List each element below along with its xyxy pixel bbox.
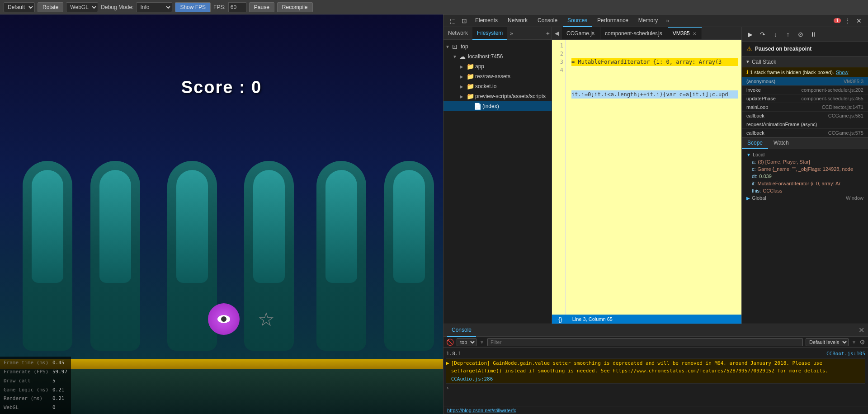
show-link[interactable]: Show xyxy=(836,70,849,75)
tree-label-app: app xyxy=(475,63,484,70)
src-tab-actions: + xyxy=(544,30,552,37)
step-into-btn[interactable]: ↓ xyxy=(770,29,781,40)
game-stats: Frame time (ms) 0.45 Framerate (FPS) 59.… xyxy=(0,357,71,414)
call-frame-2[interactable]: updatePhase component-scheduler.js:465 xyxy=(742,94,868,103)
call-frame-0[interactable]: (anonymous) VM385:3 xyxy=(742,77,868,86)
scope-item-a: a: (3) [Game, Player, Star] xyxy=(742,158,868,165)
console-version-src[interactable]: CCBoot.js:105 xyxy=(826,350,865,358)
tree-res[interactable]: ▶ 📁 res/raw-assets xyxy=(443,71,552,81)
editor-tab-vm385[interactable]: VM385 ✕ xyxy=(668,27,702,40)
webgl-select[interactable]: WebGL xyxy=(66,2,98,12)
console-tab[interactable]: Console xyxy=(447,324,476,337)
src-tab-filesystem[interactable]: Filesystem xyxy=(472,27,507,40)
global-val: Window xyxy=(846,195,863,201)
tree-index[interactable]: 📄 (index) xyxy=(443,101,552,111)
tab-console[interactable]: Console xyxy=(533,14,562,27)
console-clear-btn[interactable]: 🚫 xyxy=(446,339,454,346)
notification-badge: 1 xyxy=(834,18,841,23)
paused-text: Paused on breakpoint xyxy=(755,46,811,52)
default-select[interactable]: Default xyxy=(4,2,35,12)
scope-key-c: c: xyxy=(752,166,756,172)
step-over-btn[interactable]: ↷ xyxy=(757,29,768,40)
game-canvas: Score : 0 ☆ Frame time (ms) 0.45 Framera… xyxy=(0,14,443,414)
local-arrow: ▼ xyxy=(746,152,751,157)
deactivate-breakpoints-btn[interactable]: ⊘ xyxy=(795,29,806,40)
call-stack-header[interactable]: ▼ Call Stack xyxy=(742,56,868,67)
src-tab-network[interactable]: Network xyxy=(443,27,472,40)
editor-tab-prev[interactable]: ◀ xyxy=(552,27,562,40)
tree-socket[interactable]: ▶ 📁 socket.io xyxy=(443,81,552,91)
call-frame-1[interactable]: invoke component-scheduler.js:202 xyxy=(742,86,868,94)
call-frame-6[interactable]: callback CCGame.js:575 xyxy=(742,129,868,137)
code-content: = MutableForwardIterator {i: 0, array: A… xyxy=(568,40,741,125)
recompile-button[interactable]: Recompile xyxy=(277,2,313,12)
frame-src-0: VM385:3 xyxy=(844,79,863,84)
console-level-select[interactable]: Default levels xyxy=(806,338,849,346)
fps-input[interactable] xyxy=(228,2,246,12)
devtools-close-btn[interactable]: ✕ xyxy=(854,15,864,26)
call-frame-4[interactable]: callback CCGame.js:581 xyxy=(742,112,868,120)
src-tab-more[interactable]: » xyxy=(507,30,516,37)
code-editor: ◀ CCGame.js component-scheduler.js VM385… xyxy=(552,27,741,324)
resume-btn[interactable]: ▶ xyxy=(745,29,755,40)
console-line-version: 1.8.1 CCBoot.js:105 xyxy=(446,349,865,359)
inspect-element-btn[interactable]: ⬚ xyxy=(447,15,458,26)
console-filter-input[interactable] xyxy=(487,338,803,346)
tab-performance[interactable]: Performance xyxy=(593,14,633,27)
frame-src-3: CCDirector.js:1471 xyxy=(822,104,863,110)
editor-tab-scheduler[interactable]: component-scheduler.js xyxy=(600,27,668,40)
scope-key-it: it: xyxy=(752,181,756,186)
star-item: ☆ xyxy=(258,310,280,333)
stack-hidden-notice: ℹ 1 stack frame is hidden (black-boxed).… xyxy=(742,67,868,77)
bg-finger-5 xyxy=(316,161,366,351)
editor-tab-ccgame[interactable]: CCGame.js xyxy=(562,27,600,40)
console-warn-src[interactable]: CCAudio.js:286 xyxy=(451,376,493,382)
watch-tab[interactable]: Watch xyxy=(768,138,794,149)
player-eye xyxy=(217,315,230,323)
right-panel: ▶ ↷ ↓ ↑ ⊘ ⏸ ⚠ Paused on breakpoint ▼ Ca xyxy=(741,27,868,324)
pause-icon: ⚠ xyxy=(746,45,752,52)
warn-triangle: ▶ xyxy=(446,359,449,383)
tree-preview[interactable]: ▶ 📁 preview-scripts/assets/scripts xyxy=(443,91,552,101)
scope-tab[interactable]: Scope xyxy=(742,138,768,149)
scope-global-group[interactable]: ▶ Global Window xyxy=(742,194,868,202)
console-context-select[interactable]: top xyxy=(457,338,476,346)
call-frame-3[interactable]: mainLoop CCDirector.js:1471 xyxy=(742,103,868,112)
tab-network[interactable]: Network xyxy=(503,14,532,27)
debug-mode-label: Debug Mode: xyxy=(101,4,133,10)
editor-content[interactable]: 1 2 3 4 = MutableForwardIterator {i: 0, … xyxy=(552,40,741,315)
tab-sources[interactable]: Sources xyxy=(563,14,592,27)
tab-elements[interactable]: Elements xyxy=(471,14,502,27)
tab-memory[interactable]: Memory xyxy=(634,14,662,27)
call-frame-5[interactable]: requestAnimationFrame (async) xyxy=(742,120,868,129)
tree-top[interactable]: ▼ ⊡ top xyxy=(443,42,552,52)
editor-tabs: ◀ CCGame.js component-scheduler.js VM385… xyxy=(552,27,741,40)
tree-arrow-top: ▼ xyxy=(445,44,451,49)
device-mode-btn[interactable]: ⊡ xyxy=(459,15,470,26)
devtools-settings-btn[interactable]: ⋮ xyxy=(842,15,853,26)
console-settings-btn[interactable]: ⚙ xyxy=(859,339,865,346)
tree-app[interactable]: ▶ 📁 app xyxy=(443,61,552,71)
status-bar: https://blog.csdn.net/stillwaterfc xyxy=(443,406,868,414)
console-warn-text: [Deprecation] GainNode.gain.value setter… xyxy=(451,359,865,383)
scope-local-group[interactable]: ▼ Local xyxy=(742,151,868,158)
console-close-btn[interactable]: ✕ xyxy=(859,326,864,334)
pause-on-exception-btn[interactable]: ⏸ xyxy=(808,29,819,40)
tree-icon-preview: 📁 xyxy=(467,93,474,100)
sources-left: Network Filesystem » + ▼ ⊡ top xyxy=(443,27,552,324)
tree-localhost[interactable]: ▼ ☁ localhost:7456 xyxy=(443,52,552,61)
frame-time-label: Frame time (ms) xyxy=(4,358,49,367)
step-out-btn[interactable]: ↑ xyxy=(783,29,793,40)
src-action-btn[interactable]: + xyxy=(544,30,552,37)
pause-button[interactable]: Pause xyxy=(249,2,274,12)
call-stack-arrow: ▼ xyxy=(745,59,750,64)
frame-name-2: updatePhase xyxy=(746,96,776,101)
devtools-more-tabs[interactable]: » xyxy=(663,18,672,24)
tree-label-index: (index) xyxy=(482,103,499,109)
status-url[interactable]: https://blog.csdn.net/stillwaterfc xyxy=(447,408,516,413)
draw-call-label: Draw call xyxy=(4,376,49,386)
debug-mode-select[interactable]: Info xyxy=(136,2,172,12)
rotate-button[interactable]: Rotate xyxy=(38,2,63,12)
show-fps-button[interactable]: Show FPS xyxy=(175,2,211,12)
editor-tab-vm385-close[interactable]: ✕ xyxy=(693,31,696,36)
